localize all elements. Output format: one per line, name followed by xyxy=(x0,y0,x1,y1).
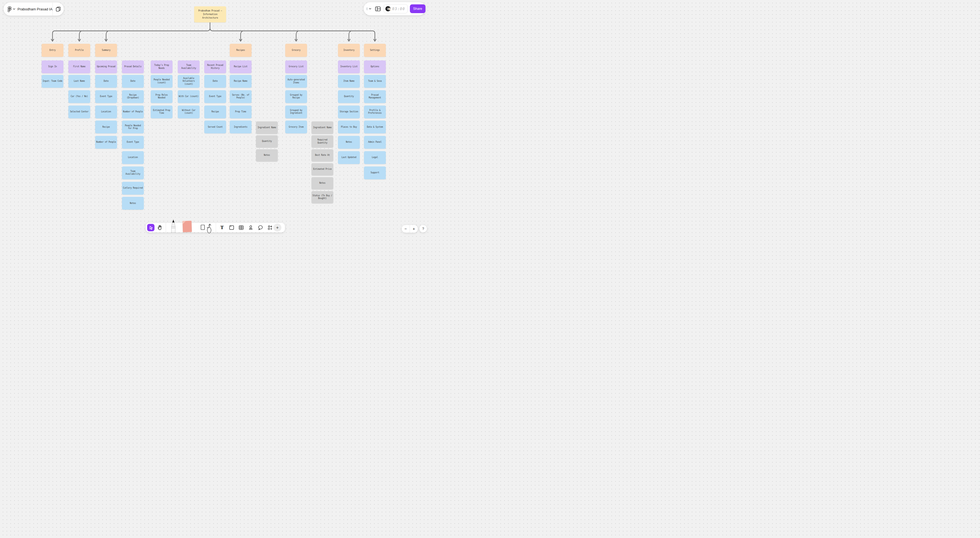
attr-node-grey_b-0[interactable]: Ingredient Name xyxy=(312,121,333,134)
field-node-grocery-1[interactable]: Grouped by Recipe xyxy=(285,90,307,103)
attr-node-grey_b-1[interactable]: Required Quantity xyxy=(312,135,333,148)
boards-icon[interactable] xyxy=(53,6,64,12)
attr-node-grey_a-1[interactable]: Quantity xyxy=(256,135,278,148)
field-node-profile-1[interactable]: Car (Yes / No) xyxy=(68,90,90,103)
root-node[interactable]: Prabodham Prasad — Information Architect… xyxy=(194,6,226,22)
field-node-summary-3[interactable]: Recipe xyxy=(95,121,117,134)
field-node-inventory-4[interactable]: Notes xyxy=(338,136,360,149)
zoom-out-button[interactable]: − xyxy=(402,225,410,232)
attr-node-grey_b-5[interactable]: Status (To Buy / Bought) xyxy=(312,191,333,204)
screen-node-todays_prep[interactable]: Today’s Prep Needs xyxy=(151,60,173,73)
widgets-tool[interactable] xyxy=(266,224,274,231)
chevron-down-icon[interactable] xyxy=(369,8,371,10)
washi-tape-tool[interactable] xyxy=(207,227,212,234)
category-node-entry[interactable]: Entry xyxy=(41,44,64,57)
screen-node-summary[interactable]: Upcoming Prasad xyxy=(95,60,117,73)
screen-node-prasad_details[interactable]: Prasad Details xyxy=(122,60,144,73)
chat-tool[interactable] xyxy=(257,224,264,231)
field-node-recent_history-0[interactable]: Date xyxy=(204,75,226,88)
stamp-tool[interactable] xyxy=(247,224,254,231)
screen-node-entry[interactable]: Sign In xyxy=(41,60,64,73)
attr-node-grey_a-0[interactable]: Ingredient Name xyxy=(256,121,278,134)
screen-node-team_availability[interactable]: Team Availability xyxy=(178,60,200,73)
marker-tool[interactable] xyxy=(169,220,177,232)
section-tool[interactable] xyxy=(228,224,235,231)
field-node-recipes-0[interactable]: Recipe Name xyxy=(230,75,251,88)
shape-tool[interactable] xyxy=(200,224,205,230)
category-node-recipes[interactable]: Recipes xyxy=(230,44,251,57)
field-node-inventory-1[interactable]: Quantity xyxy=(338,90,360,103)
field-node-grocery-3[interactable]: Grocery Item xyxy=(285,121,307,134)
avatar[interactable] xyxy=(367,5,367,12)
field-node-recent_history-2[interactable]: Recipe xyxy=(204,105,226,118)
field-node-summary-0[interactable]: Date xyxy=(95,75,117,88)
field-node-settings-4[interactable]: Admin Panel xyxy=(364,136,386,149)
screen-node-inventory[interactable]: Inventory List xyxy=(338,60,360,73)
chevron-down-icon[interactable] xyxy=(13,8,15,10)
attr-node-grey_b-2[interactable]: Best Rate At xyxy=(312,149,333,162)
field-node-entry-0[interactable]: Input: Team Code xyxy=(41,75,64,88)
field-node-inventory-2[interactable]: Storage Section xyxy=(338,105,360,118)
screen-node-settings[interactable]: Options xyxy=(364,60,386,73)
text-tool[interactable]: T xyxy=(218,224,226,231)
table-tool[interactable] xyxy=(238,224,245,231)
screen-node-profile[interactable]: First Name xyxy=(68,60,90,73)
layout-grid-icon[interactable] xyxy=(375,6,381,12)
field-node-recent_history-3[interactable]: Served Count xyxy=(204,121,226,134)
zoom-in-button[interactable]: + xyxy=(410,225,418,232)
field-node-settings-3[interactable]: Data & System xyxy=(364,121,386,134)
field-node-prasad_details-5[interactable]: Location xyxy=(122,151,144,164)
field-node-team_availability-1[interactable]: With Car (count) xyxy=(178,90,200,103)
field-node-settings-6[interactable]: Support xyxy=(364,167,386,179)
hand-tool[interactable] xyxy=(156,224,163,231)
field-node-inventory-3[interactable]: Places to Buy xyxy=(338,121,360,134)
screen-node-recent_history[interactable]: Recent Prasad History xyxy=(204,60,226,73)
field-node-profile-0[interactable]: Last Name xyxy=(68,75,90,88)
attr-node-grey_b-3[interactable]: Estimated Price xyxy=(312,163,333,176)
field-node-recipes-3[interactable]: Ingredients xyxy=(230,121,251,134)
screen-node-recipes[interactable]: Recipe List xyxy=(230,60,251,73)
field-node-prasad_details-2[interactable]: Number of People xyxy=(122,105,144,118)
select-tool[interactable] xyxy=(147,224,154,231)
field-node-summary-1[interactable]: Event Type xyxy=(95,90,117,103)
field-node-prasad_details-7[interactable]: Cutlery Required xyxy=(122,182,144,195)
field-node-settings-5[interactable]: Legal xyxy=(364,151,386,164)
figjam-canvas[interactable]: EntrySign InInput: Team CodeProfileFirst… xyxy=(0,0,429,236)
field-node-prasad_details-6[interactable]: Team Availability xyxy=(122,167,144,179)
share-button[interactable]: Share xyxy=(410,4,425,13)
field-node-team_availability-2[interactable]: Without Car (count) xyxy=(178,105,200,118)
field-node-grocery-0[interactable]: Auto-generated Items xyxy=(285,75,307,88)
field-node-todays_prep-2[interactable]: Estimated Prep Time xyxy=(151,105,173,118)
category-node-profile[interactable]: Profile xyxy=(68,44,90,57)
category-node-settings[interactable]: Settings xyxy=(364,44,386,57)
field-node-profile-2[interactable]: Selected Center xyxy=(68,105,90,118)
field-node-inventory-5[interactable]: Last Updated xyxy=(338,151,360,164)
figma-logo[interactable] xyxy=(8,6,11,12)
help-button[interactable]: ? xyxy=(420,225,427,232)
field-node-settings-2[interactable]: Profile & Preferences xyxy=(364,105,386,118)
category-node-summary[interactable]: Summary xyxy=(95,44,117,57)
category-node-inventory[interactable]: Inventory xyxy=(338,44,360,57)
field-node-prasad_details-3[interactable]: People Needed for Prep xyxy=(122,121,144,134)
field-node-prasad_details-4[interactable]: Event Type xyxy=(122,136,144,149)
field-node-settings-1[interactable]: Prasad Management xyxy=(364,90,386,103)
file-title[interactable]: Prabodham Prasad IA xyxy=(18,7,52,11)
field-node-grocery-2[interactable]: Grouped by Ingredient xyxy=(285,105,307,118)
field-node-recipes-1[interactable]: Serves (No. of People) xyxy=(230,90,251,103)
attr-node-grey_a-2[interactable]: Notes xyxy=(256,149,278,162)
attr-node-grey_b-4[interactable]: Notes xyxy=(312,177,333,190)
field-node-settings-0[interactable]: Team & Seva xyxy=(364,75,386,88)
field-node-prasad_details-8[interactable]: Notes xyxy=(122,197,144,210)
field-node-team_availability-0[interactable]: Available Volunteers (count) xyxy=(178,75,200,88)
field-node-recipes-2[interactable]: Prep Time xyxy=(230,105,251,118)
field-node-todays_prep-0[interactable]: People Needed (count) xyxy=(151,75,173,88)
sticky-note-tool[interactable] xyxy=(182,221,192,232)
field-node-summary-2[interactable]: Location xyxy=(95,105,117,118)
field-node-todays_prep-1[interactable]: Prep Roles Needed xyxy=(151,90,173,103)
field-node-inventory-0[interactable]: Item Name xyxy=(338,75,360,88)
timer-widget[interactable]: ♪ 03:00 xyxy=(383,4,407,13)
add-tool[interactable]: + xyxy=(274,224,282,232)
field-node-prasad_details-1[interactable]: Recipe (Dropdown) xyxy=(122,90,144,103)
category-node-grocery[interactable]: Grocery xyxy=(285,44,307,57)
screen-node-grocery[interactable]: Grocery List xyxy=(285,60,307,73)
